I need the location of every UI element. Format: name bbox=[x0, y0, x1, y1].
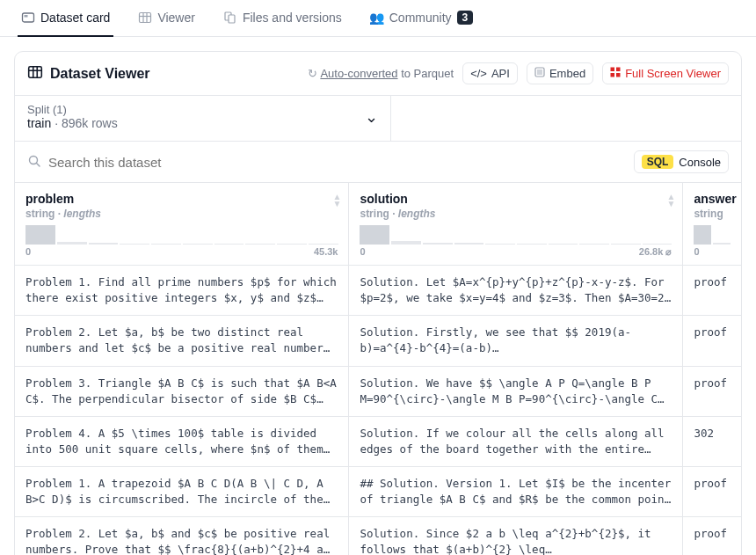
svg-rect-16 bbox=[611, 73, 615, 77]
split-label: Split (1) bbox=[27, 103, 118, 116]
cell-solution: Solution. We have $$ \angle A P Q=\angle… bbox=[349, 366, 683, 416]
split-selector[interactable]: Split (1) train · 896k rows ⌄ bbox=[15, 96, 391, 141]
tab-label: Viewer bbox=[157, 11, 195, 25]
svg-rect-17 bbox=[616, 73, 621, 77]
tab-dataset-card[interactable]: Dataset card bbox=[18, 0, 113, 37]
svg-rect-1 bbox=[25, 15, 28, 18]
tab-community[interactable]: 👥 Community 3 bbox=[367, 0, 476, 37]
cell-answer: 302 bbox=[683, 416, 741, 466]
cell-problem: Problem 3. Triangle $A B C$ is such that… bbox=[15, 366, 349, 416]
dataset-viewer-panel: Dataset Viewer ↻ Auto-converted to Parqu… bbox=[14, 51, 742, 555]
cell-answer: proof bbox=[683, 366, 741, 416]
cell-problem: Problem 4. A $5 \times 100$ table is div… bbox=[15, 416, 349, 466]
column-header-solution[interactable]: solution string · lengths ▲▼ 026.8k ⌀ bbox=[349, 183, 683, 266]
tab-files[interactable]: Files and versions bbox=[220, 0, 345, 37]
community-badge: 3 bbox=[457, 11, 474, 25]
table-row[interactable]: Problem 1. A trapezoid $A B C D(A B \| C… bbox=[15, 467, 741, 517]
sort-icon: ▲▼ bbox=[333, 194, 342, 208]
files-icon bbox=[223, 11, 237, 25]
cell-answer: proof bbox=[683, 467, 741, 517]
embed-icon bbox=[534, 67, 545, 80]
cell-solution: Solution. Since $2 a b \leq a^{2}+b^{2}$… bbox=[349, 517, 683, 555]
table-row[interactable]: Problem 4. A $5 \times 100$ table is div… bbox=[15, 416, 741, 466]
chevron-down-icon: ⌄ bbox=[365, 107, 378, 127]
cell-problem: Problem 2. Let $a, b$ be two distinct re… bbox=[15, 316, 349, 366]
histogram bbox=[360, 225, 672, 245]
split-empty bbox=[391, 96, 742, 141]
cell-problem: Problem 1. Find all prime numbers $p$ fo… bbox=[15, 266, 349, 316]
svg-rect-0 bbox=[23, 13, 34, 22]
table-row[interactable]: Problem 2. Let $a, b$ be two distinct re… bbox=[15, 316, 741, 366]
svg-rect-13 bbox=[537, 69, 542, 75]
community-icon: 👥 bbox=[370, 11, 384, 25]
histogram bbox=[25, 225, 338, 245]
data-table: problem string · lengths ▲▼ 045.3k solut… bbox=[15, 183, 741, 555]
code-icon: </> bbox=[470, 67, 487, 80]
search-icon bbox=[27, 154, 41, 171]
cell-answer: proof bbox=[683, 266, 741, 316]
panel-actions: ↻ Auto-converted to Parquet </> API Embe… bbox=[308, 62, 729, 84]
sql-chip: SQL bbox=[642, 155, 674, 169]
column-header-answer[interactable]: answer string 0 bbox=[683, 183, 741, 266]
table-row[interactable]: Problem 2. Let $a, b$ and $c$ be positiv… bbox=[15, 517, 741, 555]
refresh-icon: ↻ bbox=[308, 67, 317, 80]
auto-converted-text: ↻ Auto-converted to Parquet bbox=[308, 67, 454, 80]
cell-solution: Solution. Let $A=x^{p}+y^{p}+z^{p}-x-y-z… bbox=[349, 266, 683, 316]
fullscreen-button[interactable]: Full Screen Viewer bbox=[602, 62, 729, 84]
svg-rect-15 bbox=[616, 68, 621, 72]
table-row[interactable]: Problem 3. Triangle $A B C$ is such that… bbox=[15, 366, 741, 416]
grid-icon bbox=[610, 67, 621, 80]
histogram bbox=[694, 225, 731, 245]
cell-answer: proof bbox=[683, 316, 741, 366]
split-rows: 896k rows bbox=[62, 116, 118, 130]
tab-label: Files and versions bbox=[243, 11, 342, 25]
search-row: SQL Console bbox=[15, 142, 741, 183]
svg-rect-8 bbox=[29, 66, 42, 77]
api-button[interactable]: </> API bbox=[462, 62, 518, 84]
split-row: Split (1) train · 896k rows ⌄ bbox=[15, 96, 741, 142]
svg-rect-14 bbox=[611, 68, 615, 72]
table-row[interactable]: Problem 1. Find all prime numbers $p$ fo… bbox=[15, 266, 741, 316]
column-header-problem[interactable]: problem string · lengths ▲▼ 045.3k bbox=[15, 183, 349, 266]
tab-viewer[interactable]: Viewer bbox=[134, 0, 199, 37]
cell-solution: ## Solution. Version 1. Let $I$ be the i… bbox=[349, 467, 683, 517]
panel-title-text: Dataset Viewer bbox=[50, 66, 150, 82]
svg-rect-7 bbox=[229, 15, 235, 23]
card-icon bbox=[21, 11, 35, 25]
table-icon bbox=[138, 11, 152, 25]
split-name: train bbox=[27, 116, 51, 130]
tab-label: Dataset card bbox=[40, 11, 110, 25]
cell-answer: proof bbox=[683, 517, 741, 555]
tab-label: Community bbox=[389, 11, 452, 25]
search-input[interactable] bbox=[48, 155, 623, 170]
cell-solution: Solution. Firstly, we see that $$ 2019(a… bbox=[349, 316, 683, 366]
cell-problem: Problem 1. A trapezoid $A B C D(A B \| C… bbox=[15, 467, 349, 517]
svg-rect-2 bbox=[140, 13, 151, 23]
table-icon bbox=[27, 64, 43, 84]
cell-problem: Problem 2. Let $a, b$ and $c$ be positiv… bbox=[15, 517, 349, 555]
cell-solution: Solution. If we colour all the cells alo… bbox=[349, 416, 683, 466]
nav-tabs: Dataset card Viewer Files and versions 👥… bbox=[0, 0, 756, 37]
panel-header: Dataset Viewer ↻ Auto-converted to Parqu… bbox=[15, 52, 741, 96]
search-input-wrap bbox=[27, 154, 623, 171]
auto-converted-link[interactable]: Auto-converted bbox=[320, 67, 397, 80]
sort-icon: ▲▼ bbox=[667, 194, 676, 208]
sql-console-button[interactable]: SQL Console bbox=[634, 150, 729, 173]
svg-line-19 bbox=[37, 163, 40, 166]
embed-button[interactable]: Embed bbox=[527, 62, 593, 84]
panel-title: Dataset Viewer bbox=[27, 64, 150, 84]
